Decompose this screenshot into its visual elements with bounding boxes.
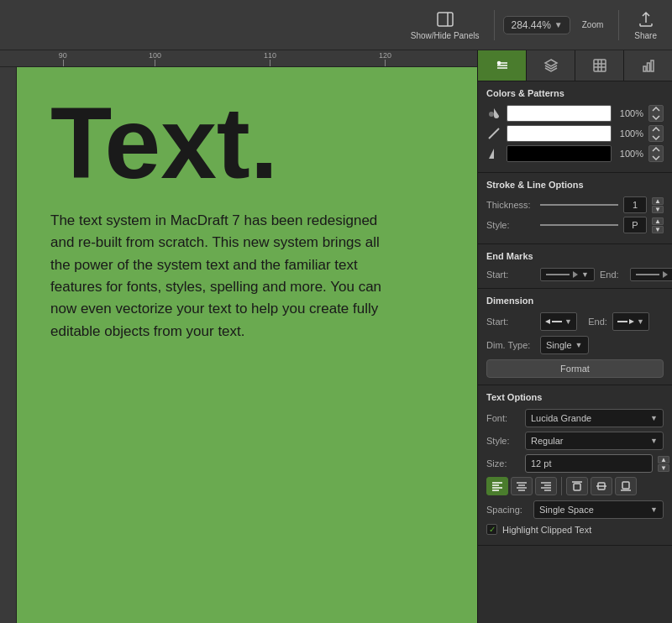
style-value: P (623, 217, 647, 233)
valign-bottom-button[interactable] (615, 477, 637, 495)
dim-start-select[interactable]: ▼ (540, 312, 577, 331)
shadow-pct: 100% (617, 149, 643, 159)
ruler-vertical (0, 67, 17, 623)
toolbar: Show/Hide Panels 284.44% ▼ Zoom Share (0, 0, 672, 50)
dimension-title: Dimension (486, 296, 664, 306)
dim-start-arrow-left-icon (545, 319, 550, 324)
thickness-line-preview (540, 204, 618, 206)
end-marks-title: End Marks (486, 251, 664, 261)
shadow-stepper[interactable] (648, 145, 664, 162)
size-input[interactable] (525, 454, 653, 473)
dim-type-row: Dim. Type: Single ▼ (486, 336, 664, 354)
tab-style[interactable] (478, 50, 527, 81)
align-right-button[interactable] (535, 477, 557, 495)
end-mark-start-line (546, 274, 570, 275)
end-mark-start-chevron-icon: ▼ (581, 270, 589, 279)
dim-start-arrow-indicator (545, 319, 562, 324)
ruler-horizontal: 90 100 110 120 (0, 50, 477, 67)
end-mark-start-arrow-icon (573, 271, 578, 278)
svg-rect-0 (438, 13, 453, 26)
thickness-row: Thickness: 1 ▲ ▼ (486, 196, 664, 213)
fill-color-swatch[interactable] (507, 105, 612, 122)
svg-rect-13 (647, 63, 649, 71)
style-up[interactable]: ▲ (652, 217, 664, 225)
zoom-label: Zoom (575, 17, 611, 33)
style-stepper[interactable]: ▲ ▼ (652, 217, 664, 233)
stroke-color-swatch[interactable] (507, 125, 612, 142)
svg-rect-7 (594, 60, 606, 71)
dim-end-label: End: (582, 317, 607, 327)
fill-color-row: 100% (486, 105, 664, 122)
canvas-area: 90 100 110 120 Text. The text system in … (0, 50, 477, 623)
valign-top-button[interactable] (566, 477, 588, 495)
canvas-content: Text. The text system in MacDraft 7 has … (17, 67, 477, 623)
style-label: Style: (486, 220, 535, 230)
zoom-arrow-icon: ▼ (554, 20, 563, 29)
end-marks-end-label: End: (600, 270, 625, 280)
stroke-stepper[interactable] (648, 125, 664, 142)
tab-layers[interactable] (527, 50, 575, 81)
font-select[interactable]: Lucida Grande ▼ (525, 409, 664, 427)
dim-start-label: Start: (486, 317, 535, 327)
style-chevron-icon: ▼ (650, 437, 658, 445)
dim-end-arrow-indicator (617, 319, 634, 324)
thickness-down[interactable]: ▼ (652, 206, 664, 213)
zoom-selector[interactable]: 284.44% ▼ (503, 16, 570, 34)
end-mark-start-select[interactable]: ▼ (540, 268, 595, 281)
size-label: Size: (486, 458, 520, 469)
svg-marker-6 (545, 60, 557, 66)
svg-rect-14 (651, 60, 654, 71)
dimension-section: Dimension Start: ▼ End: ▼ (478, 289, 672, 385)
align-center-button[interactable] (511, 477, 533, 495)
fill-stepper[interactable] (648, 105, 664, 122)
stroke-icon (486, 126, 501, 141)
dim-type-chevron-icon: ▼ (575, 341, 583, 349)
thickness-stepper[interactable]: ▲ ▼ (652, 197, 664, 213)
stroke-pct: 100% (617, 128, 643, 139)
dim-end-select[interactable]: ▼ (612, 312, 649, 331)
end-marks-row: Start: ▼ End: ▼ (486, 268, 664, 281)
dim-type-value: Single (546, 340, 572, 350)
end-mark-end-line (636, 274, 659, 275)
end-mark-end-select[interactable]: ▼ (630, 268, 672, 281)
valign-middle-button[interactable] (591, 477, 612, 495)
fill-icon (486, 106, 501, 121)
font-value: Lucida Grande (531, 413, 591, 423)
style-row-text: Style: Regular ▼ (486, 432, 664, 450)
font-label: Font: (486, 413, 520, 423)
format-button[interactable]: Format (486, 359, 664, 378)
style-select[interactable]: Regular ▼ (525, 432, 664, 450)
svg-marker-17 (489, 149, 494, 159)
tab-chart[interactable] (624, 50, 672, 81)
share-button[interactable]: Share (627, 7, 664, 44)
dim-type-select[interactable]: Single ▼ (540, 336, 589, 354)
style-value-text: Regular (531, 436, 564, 446)
thickness-label: Thickness: (486, 200, 535, 210)
style-down[interactable]: ▼ (652, 226, 664, 233)
thickness-up[interactable]: ▲ (652, 197, 664, 205)
align-left-button[interactable] (486, 477, 508, 495)
shadow-color-swatch[interactable] (507, 145, 612, 162)
toolbar-separator (494, 10, 495, 40)
text-options-section: Text Options Font: Lucida Grande ▼ Style… (478, 385, 672, 546)
show-hide-panels-button[interactable]: Show/Hide Panels (404, 7, 486, 44)
alignment-row (486, 477, 664, 495)
dim-end-arrow-right-icon (629, 319, 634, 324)
size-down[interactable]: ▼ (658, 464, 669, 472)
toolbar-separator-2 (618, 10, 619, 40)
spacing-label: Spacing: (486, 505, 528, 515)
canvas-body-text: The text system in MacDraft 7 has been r… (50, 210, 403, 343)
highlight-clipped-checkbox[interactable] (486, 524, 497, 535)
spacing-value: Single Space (539, 505, 594, 515)
text-options-title: Text Options (486, 392, 664, 402)
align-separator (561, 477, 562, 495)
spacing-chevron-icon: ▼ (650, 505, 658, 514)
size-up[interactable]: ▲ (658, 456, 669, 463)
stroke-line-title: Stroke & Line Options (486, 180, 664, 190)
toolbar-group: Show/Hide Panels 284.44% ▼ Zoom Share (404, 7, 664, 44)
spacing-select[interactable]: Single Space ▼ (533, 500, 664, 519)
size-stepper[interactable]: ▲ ▼ (658, 456, 669, 472)
tab-grid[interactable] (575, 50, 624, 81)
end-marks-section: End Marks Start: ▼ End: ▼ (478, 244, 672, 289)
main-area: 90 100 110 120 Text. The text system in … (0, 50, 672, 623)
